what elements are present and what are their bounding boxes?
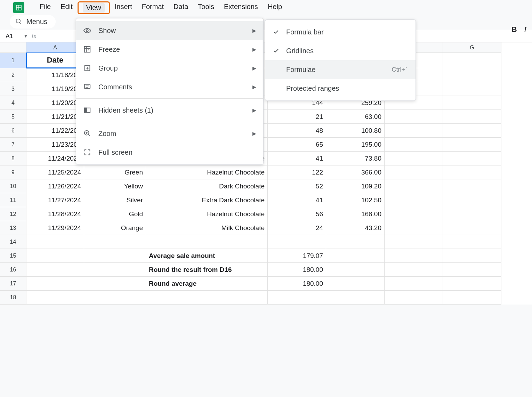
cell[interactable]: Round average bbox=[146, 277, 268, 291]
cell[interactable]: 56 bbox=[268, 207, 326, 221]
cell[interactable]: 180.00 bbox=[268, 263, 326, 277]
bold-button[interactable]: B bbox=[511, 25, 517, 34]
cell[interactable] bbox=[26, 235, 84, 249]
cell[interactable] bbox=[443, 235, 501, 249]
cell[interactable] bbox=[443, 179, 501, 193]
row-header[interactable]: 9 bbox=[0, 165, 26, 179]
cell[interactable] bbox=[443, 82, 501, 96]
cell[interactable] bbox=[385, 193, 443, 207]
view-menu-full-screen[interactable]: Full screen bbox=[76, 143, 263, 162]
row-header[interactable]: 7 bbox=[0, 138, 26, 152]
cell[interactable] bbox=[385, 179, 443, 193]
cell[interactable]: 52 bbox=[268, 179, 326, 193]
view-menu-zoom[interactable]: Zoom▶ bbox=[76, 124, 263, 143]
cell[interactable] bbox=[443, 68, 501, 82]
cell[interactable]: 21 bbox=[268, 110, 326, 124]
row-header[interactable]: 14 bbox=[0, 235, 26, 249]
cell[interactable] bbox=[26, 249, 84, 263]
row-header[interactable]: 1 bbox=[0, 53, 26, 68]
cell[interactable]: Yellow bbox=[84, 179, 146, 193]
cell[interactable] bbox=[443, 110, 501, 124]
cell[interactable]: Orange bbox=[84, 221, 146, 235]
cell[interactable] bbox=[146, 291, 268, 305]
cell[interactable]: Milk Chocolate bbox=[146, 221, 268, 235]
menu-data[interactable]: Data bbox=[169, 1, 193, 14]
menu-insert[interactable]: Insert bbox=[110, 1, 137, 14]
cell[interactable] bbox=[443, 53, 501, 68]
select-all-corner[interactable] bbox=[0, 42, 26, 53]
cell[interactable] bbox=[268, 291, 326, 305]
cell[interactable] bbox=[443, 124, 501, 138]
cell[interactable] bbox=[84, 291, 146, 305]
menu-view[interactable]: View bbox=[83, 3, 105, 13]
row-header[interactable]: 2 bbox=[0, 68, 26, 82]
cell[interactable] bbox=[385, 152, 443, 165]
cell[interactable]: 122 bbox=[268, 165, 326, 179]
sheets-app-icon[interactable] bbox=[13, 2, 24, 13]
cell[interactable]: 41 bbox=[268, 152, 326, 165]
view-menu-freeze[interactable]: *Freeze▶ bbox=[76, 40, 263, 59]
cell[interactable]: 41 bbox=[268, 193, 326, 207]
menu-format[interactable]: Format bbox=[137, 1, 169, 14]
cell[interactable]: 100.80 bbox=[326, 124, 385, 138]
cell[interactable]: 180.00 bbox=[268, 277, 326, 291]
cell[interactable]: 109.20 bbox=[326, 179, 385, 193]
cell[interactable] bbox=[443, 165, 501, 179]
cell[interactable] bbox=[146, 235, 268, 249]
menus-search-pill[interactable]: Menus bbox=[10, 15, 56, 29]
view-menu-show[interactable]: Show▶ bbox=[76, 21, 263, 40]
show-submenu-gridlines[interactable]: Gridlines bbox=[265, 41, 416, 60]
cell[interactable] bbox=[443, 207, 501, 221]
show-submenu-formula-bar[interactable]: Formula bar bbox=[265, 23, 416, 41]
menu-help[interactable]: Help bbox=[263, 1, 287, 14]
row-header[interactable]: 4 bbox=[0, 96, 26, 110]
cell[interactable] bbox=[385, 235, 443, 249]
cell[interactable]: 179.07 bbox=[268, 249, 326, 263]
row-header[interactable]: 6 bbox=[0, 124, 26, 138]
cell[interactable] bbox=[443, 138, 501, 152]
cell[interactable] bbox=[385, 221, 443, 235]
cell[interactable] bbox=[84, 277, 146, 291]
cell[interactable]: 195.00 bbox=[326, 138, 385, 152]
menu-extensions[interactable]: Extensions bbox=[219, 1, 263, 14]
cell[interactable] bbox=[385, 165, 443, 179]
row-header[interactable]: 17 bbox=[0, 277, 26, 291]
row-header[interactable]: 5 bbox=[0, 110, 26, 124]
row-header[interactable]: 11 bbox=[0, 193, 26, 207]
cell[interactable] bbox=[326, 277, 385, 291]
row-header[interactable]: 3 bbox=[0, 82, 26, 96]
row-header[interactable]: 10 bbox=[0, 179, 26, 193]
italic-button[interactable]: I bbox=[524, 25, 526, 34]
cell[interactable] bbox=[26, 263, 84, 277]
cell[interactable] bbox=[385, 249, 443, 263]
cell[interactable]: 11/25/2024 bbox=[26, 165, 84, 179]
cell[interactable] bbox=[385, 263, 443, 277]
cell[interactable]: 24 bbox=[268, 221, 326, 235]
view-menu-group[interactable]: Group▶ bbox=[76, 59, 263, 78]
cell[interactable] bbox=[385, 124, 443, 138]
menu-edit[interactable]: Edit bbox=[56, 1, 77, 14]
row-header[interactable]: 13 bbox=[0, 221, 26, 235]
show-submenu-formulae[interactable]: FormulaeCtrl+` bbox=[265, 60, 416, 79]
cell[interactable]: Silver bbox=[84, 193, 146, 207]
cell[interactable] bbox=[443, 221, 501, 235]
cell[interactable]: 65 bbox=[268, 138, 326, 152]
cell[interactable] bbox=[326, 249, 385, 263]
cell[interactable] bbox=[443, 193, 501, 207]
cell[interactable] bbox=[268, 235, 326, 249]
cell[interactable] bbox=[26, 291, 84, 305]
cell[interactable]: Hazelnut Chocolate bbox=[146, 207, 268, 221]
cell[interactable] bbox=[84, 263, 146, 277]
view-menu-hidden-sheets-[interactable]: Hidden sheets (1)▶ bbox=[76, 101, 263, 120]
cell[interactable] bbox=[385, 291, 443, 305]
cell[interactable] bbox=[443, 152, 501, 165]
cell[interactable] bbox=[326, 291, 385, 305]
row-header[interactable]: 8 bbox=[0, 152, 26, 165]
cell[interactable]: 11/28/2024 bbox=[26, 207, 84, 221]
cell[interactable]: 11/27/2024 bbox=[26, 193, 84, 207]
cell[interactable] bbox=[385, 207, 443, 221]
cell[interactable]: 102.50 bbox=[326, 193, 385, 207]
cell[interactable]: 48 bbox=[268, 124, 326, 138]
cell[interactable] bbox=[443, 291, 501, 305]
cell[interactable] bbox=[443, 249, 501, 263]
